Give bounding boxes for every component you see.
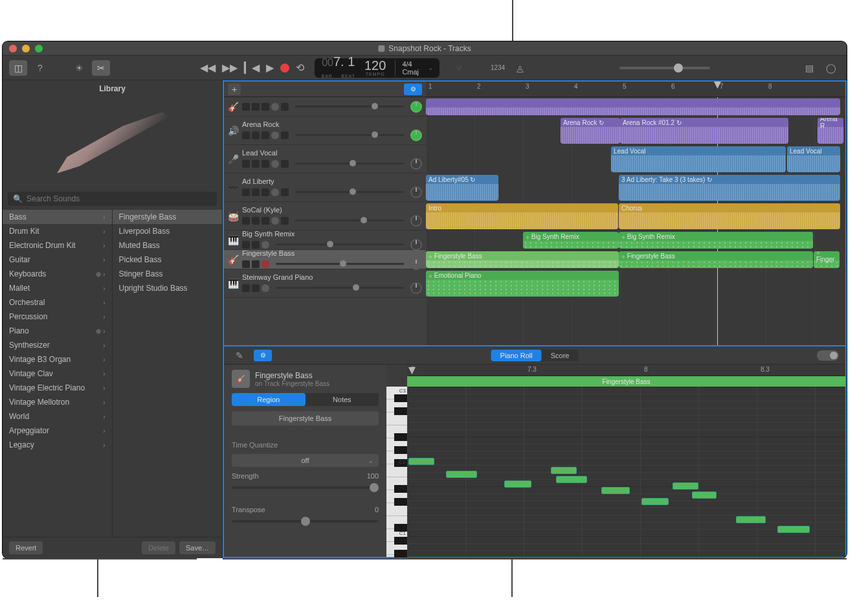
editor-filter-button[interactable]: ⚙︎ bbox=[254, 350, 272, 361]
region[interactable]: Lead Vocal bbox=[611, 146, 786, 172]
arrange-area[interactable]: Arena Rock ↻Arena Rock #01.2 ↻Arena RLea… bbox=[426, 97, 845, 345]
category-item[interactable]: Vintage B3 Organ› bbox=[3, 352, 112, 367]
smart-controls-button[interactable]: ☀ bbox=[70, 60, 88, 76]
region[interactable]: ⬨ Fingerstyle Bass bbox=[619, 251, 813, 268]
track-volume-slider[interactable] bbox=[295, 106, 404, 107]
track-control-buttons[interactable] bbox=[242, 217, 289, 225]
notepad-button[interactable]: ▤ bbox=[800, 60, 818, 76]
cycle-button[interactable]: ⟲ bbox=[296, 62, 304, 74]
track-volume-slider[interactable] bbox=[276, 287, 404, 289]
category-item[interactable]: Percussion› bbox=[3, 310, 112, 324]
track-control-buttons[interactable] bbox=[242, 260, 269, 268]
track-volume-slider[interactable] bbox=[295, 220, 404, 221]
midi-note[interactable] bbox=[673, 482, 698, 490]
catch-playhead-toggle[interactable] bbox=[817, 350, 839, 361]
midi-note[interactable] bbox=[601, 487, 630, 494]
category-item[interactable]: Mallet› bbox=[3, 281, 112, 295]
track-header[interactable]: 🎹 Big Synth Remix bbox=[224, 231, 426, 250]
region-preset-name[interactable]: Fingerstyle Bass bbox=[232, 411, 379, 425]
patch-item[interactable]: Muted Bass bbox=[113, 238, 223, 253]
master-volume-slider[interactable] bbox=[619, 67, 710, 69]
region[interactable]: Chorus bbox=[619, 203, 840, 229]
piano-roll-ruler[interactable]: 77.388.3 bbox=[407, 365, 845, 376]
rewind-button[interactable]: ◀◀ bbox=[200, 62, 216, 74]
track-header[interactable]: 🎤 Lead Vocal bbox=[224, 145, 426, 174]
tab-piano-roll[interactable]: Piano Roll bbox=[491, 350, 542, 361]
go-to-start-button[interactable]: ▎◀ bbox=[244, 62, 260, 74]
close-button[interactable] bbox=[9, 45, 17, 52]
add-track-button[interactable]: + bbox=[228, 84, 241, 95]
track-header[interactable]: 〰 Ad Liberty bbox=[224, 174, 426, 202]
editors-button[interactable]: ✂ bbox=[92, 60, 110, 76]
patch-item[interactable]: Fingerstyle Bass bbox=[113, 210, 223, 224]
track-control-buttons[interactable] bbox=[242, 241, 269, 249]
strength-slider[interactable] bbox=[232, 486, 379, 489]
library-patch-column[interactable]: Fingerstyle BassLiverpool BassMuted Bass… bbox=[113, 210, 223, 537]
track-pan-knob[interactable] bbox=[410, 101, 422, 113]
patch-item[interactable]: Picked Bass bbox=[113, 253, 223, 267]
category-item[interactable]: Vintage Mellotron› bbox=[3, 395, 112, 409]
editor-view-tabs[interactable]: Piano Roll Score bbox=[491, 350, 579, 361]
category-item[interactable]: Orchestral› bbox=[3, 295, 112, 310]
forward-button[interactable]: ▶▶ bbox=[222, 62, 238, 74]
library-search-field[interactable]: 🔍 Search Sounds bbox=[8, 192, 217, 206]
midi-note[interactable] bbox=[777, 526, 810, 533]
patch-item[interactable]: Liverpool Bass bbox=[113, 224, 223, 238]
track-header[interactable]: 🎸 bbox=[224, 97, 426, 117]
inspector-mode-segment[interactable]: Region Notes bbox=[232, 393, 379, 406]
segment-region[interactable]: Region bbox=[232, 393, 306, 406]
record-button[interactable] bbox=[280, 63, 289, 73]
midi-note[interactable] bbox=[504, 480, 531, 488]
lcd-menu-chevron[interactable]: ⌄ bbox=[428, 64, 433, 71]
track-volume-slider[interactable] bbox=[276, 243, 404, 245]
lcd-display[interactable]: 007. 1 BAR BEAT 120 TEMPO 4/4Cmaj ⌄ bbox=[315, 58, 440, 78]
region[interactable]: Lead Vocal bbox=[787, 146, 840, 172]
library-category-column[interactable]: Bass›Drum Kit›Electronic Drum Kit›Guitar… bbox=[3, 210, 113, 537]
quick-help-button[interactable]: ? bbox=[31, 60, 49, 76]
midi-note[interactable] bbox=[736, 516, 766, 523]
region[interactable]: Arena R bbox=[818, 118, 843, 144]
patch-item[interactable]: Stinger Bass bbox=[113, 267, 223, 281]
track-pan-knob[interactable] bbox=[410, 258, 422, 270]
track-pan-knob[interactable] bbox=[410, 215, 422, 227]
play-button[interactable]: ▶ bbox=[266, 62, 274, 74]
track-pan-knob[interactable] bbox=[410, 158, 422, 170]
category-item[interactable]: Keyboards⊕ › bbox=[3, 267, 112, 281]
region[interactable] bbox=[426, 98, 840, 115]
region[interactable]: ⬨ Finger bbox=[814, 251, 840, 268]
region[interactable]: ⬨ Fingerstyle Bass bbox=[426, 251, 619, 268]
track-control-buttons[interactable] bbox=[242, 131, 289, 139]
track-header[interactable]: 🥁 SoCal (Kyle) bbox=[224, 202, 426, 231]
category-item[interactable]: Guitar› bbox=[3, 253, 112, 267]
track-control-buttons[interactable] bbox=[242, 284, 269, 292]
category-item[interactable]: Vintage Clav› bbox=[3, 367, 112, 381]
midi-note[interactable] bbox=[556, 476, 587, 483]
delete-button[interactable]: Delete bbox=[142, 541, 175, 554]
piano-roll-region-header[interactable]: Fingerstyle Bass bbox=[407, 376, 845, 387]
tab-score[interactable]: Score bbox=[542, 350, 579, 361]
timeline-ruler[interactable]: 12345678 bbox=[426, 82, 845, 96]
minimize-button[interactable] bbox=[22, 45, 30, 52]
category-item[interactable]: Vintage Electric Piano› bbox=[3, 381, 112, 395]
track-header[interactable]: 🔊 Arena Rock bbox=[224, 117, 426, 145]
track-header[interactable]: 🎹 Steinway Grand Piano bbox=[224, 269, 426, 298]
piano-keyboard[interactable]: C3C2C1 bbox=[386, 387, 407, 557]
revert-button[interactable]: Revert bbox=[9, 541, 43, 554]
category-item[interactable]: Piano⊕ › bbox=[3, 324, 112, 338]
track-pan-knob[interactable] bbox=[410, 239, 422, 251]
region[interactable]: 3 Ad Liberty: Take 3 (3 takes) ↻ bbox=[619, 175, 840, 201]
category-item[interactable]: Arpeggiator› bbox=[3, 424, 112, 438]
count-in-button[interactable]: 1234 bbox=[489, 60, 507, 76]
metronome-button[interactable]: ◬ bbox=[511, 60, 529, 76]
midi-note[interactable] bbox=[446, 471, 477, 478]
track-pan-knob[interactable] bbox=[410, 186, 422, 198]
region[interactable]: ⬨ Big Synth Remix bbox=[619, 232, 813, 249]
midi-note[interactable] bbox=[408, 458, 434, 465]
midi-note[interactable] bbox=[551, 467, 577, 474]
track-pan-knob[interactable] bbox=[410, 130, 422, 141]
region[interactable]: ⬨ Emotional Piano bbox=[426, 271, 619, 297]
category-item[interactable]: World› bbox=[3, 409, 112, 424]
region[interactable]: Arena Rock ↻ bbox=[561, 118, 620, 144]
tuner-button[interactable]: ⑂ bbox=[450, 60, 468, 76]
loops-button[interactable]: ◯ bbox=[822, 60, 840, 76]
